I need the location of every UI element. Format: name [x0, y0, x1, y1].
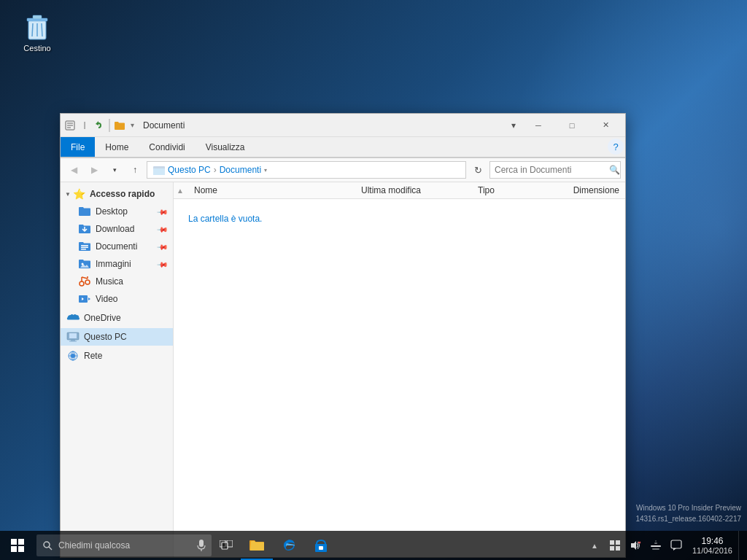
taskbar-store[interactable]: [305, 531, 337, 560]
minimize-button[interactable]: ─: [522, 114, 555, 137]
svg-rect-14: [81, 249, 86, 250]
sidebar-item-onedrive[interactable]: OneDrive: [61, 309, 173, 327]
sidebar-immagini-label: Immagini: [96, 259, 131, 269]
col-type-header[interactable]: Tipo: [472, 185, 552, 195]
window-title: Documenti: [140, 120, 506, 131]
svg-line-5: [42, 23, 42, 36]
path-questo-pc[interactable]: Questo PC: [168, 165, 211, 175]
recent-locations-button[interactable]: ▾: [106, 161, 123, 179]
path-documenti[interactable]: Documenti: [220, 165, 261, 175]
tab-file[interactable]: File: [61, 137, 95, 157]
sidebar-item-documenti[interactable]: Documenti 📌: [61, 238, 173, 255]
sidebar-item-rete[interactable]: Rete: [61, 347, 173, 365]
maximize-button[interactable]: □: [555, 114, 589, 137]
network-icon: [650, 540, 662, 551]
tray-network-button[interactable]: [646, 531, 666, 560]
svg-point-20: [85, 280, 90, 284]
tab-share[interactable]: Condividi: [139, 137, 195, 157]
svg-rect-49: [616, 546, 620, 551]
sidebar-item-immagini[interactable]: Immagini 📌: [61, 255, 173, 273]
edge-icon: [282, 538, 296, 553]
taskbar-search-icon: [42, 540, 53, 551]
help-button[interactable]: ?: [608, 139, 624, 155]
svg-rect-35: [11, 546, 17, 552]
action-center-icon: [670, 540, 682, 551]
sidebar-item-questo-pc[interactable]: Questo PC: [61, 328, 173, 346]
address-folder-icon: [153, 165, 165, 175]
svg-rect-27: [69, 341, 77, 342]
store-icon: [314, 538, 328, 553]
titlebar-quick-access: | ▾: [63, 119, 137, 132]
onedrive-section: OneDrive: [61, 309, 173, 327]
svg-rect-48: [610, 546, 614, 551]
system-tray: ▲: [581, 531, 747, 560]
sidebar-item-video[interactable]: Video: [61, 290, 173, 308]
forward-button[interactable]: ▶: [85, 161, 103, 179]
svg-line-3: [32, 23, 33, 36]
tray-action-center-button[interactable]: [666, 531, 686, 560]
svg-rect-43: [222, 542, 228, 549]
tray-speaker-button[interactable]: [625, 531, 646, 560]
titlebar-divider: [109, 119, 110, 132]
svg-rect-57: [671, 540, 681, 548]
tray-expand-button[interactable]: ▲: [584, 531, 605, 560]
ribbon-collapse-btn[interactable]: ▾: [506, 120, 522, 131]
desktop: Cestino | ▾ Documenti: [0, 0, 747, 560]
taskbar-file-explorer[interactable]: [241, 531, 273, 560]
documenti-folder-icon: [78, 241, 91, 252]
close-button[interactable]: ✕: [589, 114, 622, 137]
quick-access-header[interactable]: ▼ ⭐ Accesso rapido: [61, 185, 173, 203]
sidebar-desktop-label: Desktop: [96, 206, 128, 217]
col-size-header[interactable]: Dimensione: [552, 185, 625, 195]
back-button[interactable]: ◀: [65, 161, 82, 179]
tray-grid-icon[interactable]: [605, 531, 625, 560]
svg-rect-56: [655, 540, 657, 542]
task-view-icon: [220, 540, 233, 551]
sidebar-questo-pc-label: Questo PC: [84, 332, 127, 342]
path-dropdown-arrow[interactable]: ▾: [264, 167, 267, 174]
task-view-button[interactable]: [212, 531, 241, 560]
taskbar-search[interactable]: Chiedimi qualcosa: [36, 534, 212, 556]
documenti-pin-icon: 📌: [157, 241, 169, 252]
download-folder-icon: [78, 223, 91, 235]
svg-rect-45: [319, 546, 323, 550]
file-list: ▲ Nome Ultima modifica Tipo Dimensione L…: [174, 182, 625, 557]
col-name-header[interactable]: Nome: [188, 185, 355, 195]
titlebar-dropdown-arrow[interactable]: ▾: [131, 121, 134, 129]
svg-rect-54: [652, 548, 659, 550]
col-modified-header[interactable]: Ultima modifica: [355, 185, 472, 195]
start-button[interactable]: [0, 531, 35, 560]
sidebar-download-label: Download: [96, 224, 134, 234]
show-desktop-button[interactable]: [738, 531, 744, 560]
taskbar-edge[interactable]: [273, 531, 305, 560]
undo-icon-btn[interactable]: [93, 119, 106, 132]
clock[interactable]: 19:46 11/04/2016: [686, 531, 738, 560]
address-path-bar[interactable]: Questo PC › Documenti ▾: [147, 161, 466, 179]
clock-date: 11/04/2016: [692, 546, 732, 555]
search-box: 🔍: [489, 161, 621, 179]
svg-rect-11: [153, 168, 165, 175]
taskbar-search-placeholder: Chiedimi qualcosa: [58, 540, 130, 551]
titlebar: | ▾ Documenti ▾ ─ □ ✕: [61, 114, 625, 137]
tab-home[interactable]: Home: [95, 137, 139, 157]
recycle-bin-icon[interactable]: Cestino: [12, 12, 63, 52]
search-button[interactable]: 🔍: [608, 161, 620, 179]
recycle-bin-label: Cestino: [23, 44, 50, 52]
svg-marker-50: [631, 541, 636, 550]
sidebar-item-download[interactable]: Download 📌: [61, 220, 173, 238]
svg-marker-22: [88, 298, 90, 300]
tab-view[interactable]: Visualizza: [196, 137, 255, 157]
svg-line-38: [49, 547, 52, 550]
sidebar-onedrive-label: OneDrive: [84, 313, 121, 323]
svg-rect-2: [33, 15, 42, 19]
start-icon: [11, 539, 24, 552]
desktop-folder-icon: [78, 206, 91, 217]
sidebar-item-desktop[interactable]: Desktop 📌: [61, 203, 173, 220]
svg-rect-46: [610, 540, 614, 545]
sidebar-item-musica[interactable]: Musica: [61, 273, 173, 290]
refresh-button[interactable]: ↻: [469, 161, 487, 179]
up-button[interactable]: ↑: [126, 161, 144, 179]
file-explorer-taskbar-icon: [249, 538, 265, 551]
properties-icon-btn[interactable]: [63, 119, 77, 132]
search-input[interactable]: [490, 162, 608, 178]
